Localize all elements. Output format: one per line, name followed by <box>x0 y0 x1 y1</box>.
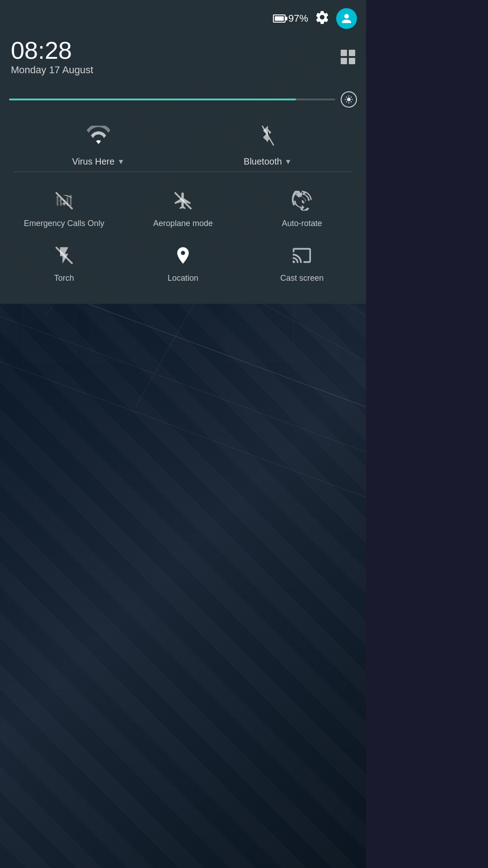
wifi-toggle[interactable]: Virus Here ▼ <box>14 117 183 172</box>
location-icon <box>173 245 193 268</box>
castscreen-toggle[interactable]: Cast screen <box>243 236 361 290</box>
autorotate-icon <box>292 191 312 213</box>
autorotate-label: Auto-rotate <box>282 219 322 228</box>
battery-container: 97% <box>273 13 308 24</box>
wifi-icon <box>87 126 110 150</box>
wifi-label-row: Virus Here ▼ <box>72 156 125 167</box>
bluetooth-toggle[interactable]: Bluetooth ▼ <box>183 117 352 172</box>
emergency-icon <box>54 191 74 213</box>
brightness-slider-row <box>0 85 366 117</box>
quick-settings-grid: Emergency Calls Only Aeroplane mode <box>0 176 366 295</box>
wifi-chevron: ▼ <box>117 158 125 166</box>
location-label: Location <box>168 274 198 283</box>
location-toggle[interactable]: Location <box>123 236 242 290</box>
emergency-label: Emergency Calls Only <box>24 219 104 228</box>
grid-view-icon[interactable] <box>341 50 355 64</box>
brightness-track[interactable] <box>9 99 335 100</box>
torch-toggle[interactable]: Torch <box>5 236 123 290</box>
bluetooth-label-row: Bluetooth ▼ <box>244 156 291 167</box>
status-bar: 97% <box>0 0 366 33</box>
quick-toggles-top: Virus Here ▼ Bluetooth ▼ <box>0 117 366 172</box>
user-avatar[interactable] <box>336 8 357 29</box>
bluetooth-icon <box>261 126 275 150</box>
battery-icon <box>273 14 286 23</box>
battery-percent: 97% <box>288 13 308 24</box>
aeroplane-toggle[interactable]: Aeroplane mode <box>123 181 242 236</box>
datetime-row: 08:28 Monday 17 August <box>0 33 366 85</box>
wifi-label: Virus Here <box>72 156 115 167</box>
svg-line-4 <box>0 362 366 497</box>
torch-label: Torch <box>54 274 74 283</box>
autorotate-toggle[interactable]: Auto-rotate <box>243 181 361 236</box>
date-display: Monday 17 August <box>11 64 93 76</box>
torch-icon <box>54 245 74 268</box>
brightness-fill <box>9 99 296 100</box>
castscreen-icon <box>292 245 312 268</box>
time-display: 08:28 <box>11 38 93 62</box>
settings-icon[interactable] <box>314 9 330 28</box>
aeroplane-icon <box>173 191 193 213</box>
bluetooth-label: Bluetooth <box>244 156 282 167</box>
emergency-toggle[interactable]: Emergency Calls Only <box>5 181 123 236</box>
aeroplane-label: Aeroplane mode <box>153 219 213 228</box>
bluetooth-chevron: ▼ <box>285 158 292 166</box>
notification-panel: 97% 08:28 Monday 17 August <box>0 0 366 304</box>
brightness-thumb[interactable] <box>341 91 357 108</box>
castscreen-label: Cast screen <box>280 274 324 283</box>
